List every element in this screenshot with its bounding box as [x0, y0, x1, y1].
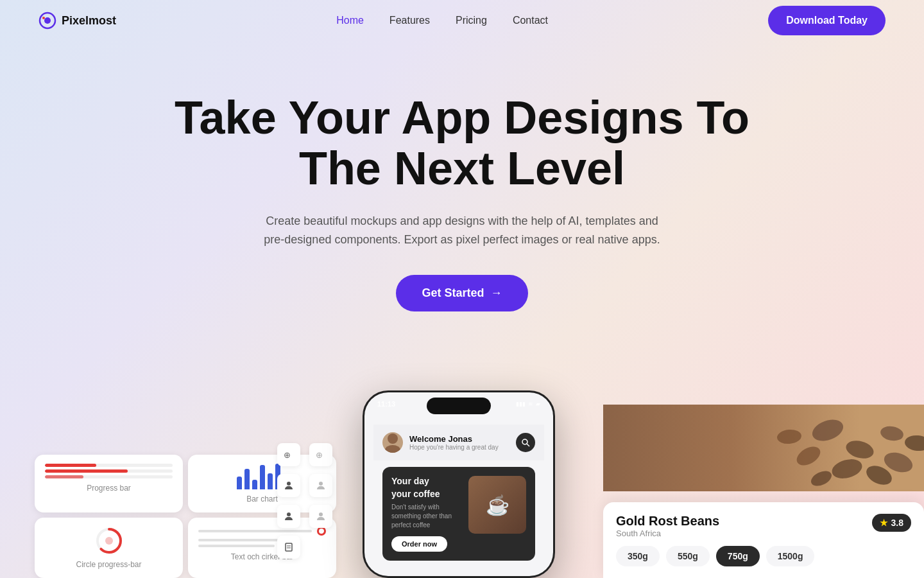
coffee-beans-svg [603, 405, 924, 491]
phone-search-button[interactable] [516, 433, 535, 452]
progress-bar-visual [45, 464, 173, 478]
phone-container: 11:13 ▮▮▮ ≋ ▰ Welco [363, 390, 561, 578]
person2-icon [316, 481, 325, 490]
hero-subtitle: Create beautiful mockups and app designs… [263, 212, 661, 249]
svg-point-28 [904, 434, 924, 451]
person2-icon-chip [309, 474, 332, 497]
circle-progress-card[interactable]: Circle progress-bar [35, 518, 183, 578]
phone-welcome-name: Welcome Jonas [409, 434, 516, 444]
svg-point-27 [809, 468, 834, 489]
svg-point-20 [844, 438, 875, 462]
phone-card-title-line2: your coffee [391, 489, 468, 499]
phone-card-title-line1: Your day [391, 476, 468, 486]
download-button[interactable]: Download Today [768, 6, 886, 35]
nav-link-home[interactable]: Home [336, 15, 364, 26]
svg-point-23 [830, 456, 864, 481]
product-info: Gold Rost Beans South Africa [616, 514, 719, 538]
bar-2 [244, 469, 250, 489]
progress-bar-track-2 [45, 469, 173, 473]
wifi-icon: ⊕ [284, 450, 294, 460]
doc-icon [284, 543, 293, 552]
bottom-area: Progress bar Bar chart [0, 405, 924, 578]
phone-time: 11:13 [377, 400, 395, 408]
icon-row-1: ⊕ ⊕ [277, 443, 332, 466]
nav-item-contact[interactable]: Contact [513, 15, 548, 26]
bar-4 [260, 465, 265, 489]
star-icon: ★ [880, 518, 888, 528]
progress-bar-card[interactable]: Progress bar [35, 455, 183, 512]
bar-5 [268, 473, 273, 489]
hero-section: Take Your App Designs To The Next Level … [0, 41, 924, 311]
progress-bar-track [45, 464, 173, 467]
product-panel: Gold Rost Beans South Africa ★ 3.8 350g … [603, 405, 924, 578]
coffee-image: ☕ [468, 476, 526, 534]
get-started-button[interactable]: Get Started → [396, 275, 527, 311]
hero-title: Take Your App Designs To The Next Level [173, 92, 751, 194]
svg-point-22 [879, 425, 904, 442]
brand-name: Pixelmost [62, 14, 116, 28]
phone-avatar [382, 432, 403, 453]
icon-row-2 [277, 474, 332, 497]
product-card: Gold Rost Beans South Africa ★ 3.8 350g … [603, 502, 924, 578]
wifi2-icon-chip: ⊕ [309, 443, 332, 466]
svg-point-9 [319, 482, 323, 486]
size-options: 350g 550g 750g 1500g [616, 546, 911, 566]
hero-title-line2: The Next Level [299, 143, 625, 194]
svg-point-8 [287, 482, 291, 486]
svg-rect-12 [286, 543, 292, 551]
phone-card-cta-button[interactable]: Order now [391, 536, 447, 552]
signal-icon: ▮▮▮ [516, 401, 526, 407]
avatar-image [384, 432, 402, 453]
size-btn-350[interactable]: 350g [616, 546, 660, 566]
nav-item-features[interactable]: Features [389, 15, 430, 26]
nav-item-pricing[interactable]: Pricing [456, 15, 487, 26]
size-btn-550[interactable]: 550g [666, 546, 710, 566]
phone-welcome-block: Welcome Jonas Hope you're having a great… [409, 434, 516, 451]
size-btn-750[interactable]: 750g [716, 546, 760, 566]
nav-link-contact[interactable]: Contact [513, 15, 548, 26]
phone-status-icons: ▮▮▮ ≋ ▰ [516, 401, 540, 407]
svg-point-2 [42, 17, 45, 19]
svg-text:⊕: ⊕ [316, 450, 323, 460]
phone-welcome-sub: Hope you're having a great day [409, 444, 516, 451]
nav-link-pricing[interactable]: Pricing [456, 15, 487, 26]
product-name: Gold Rost Beans [616, 514, 719, 529]
person4-icon [316, 512, 325, 521]
svg-point-19 [809, 416, 846, 444]
bar-chart-label: Bar chart [246, 495, 278, 504]
person-icon [284, 481, 293, 490]
arrow-right-icon: → [491, 286, 502, 300]
nav-link-features[interactable]: Features [389, 15, 430, 26]
phone-status-bar: 11:13 ▮▮▮ ≋ ▰ [377, 400, 540, 408]
nav-item-home[interactable]: Home [336, 15, 364, 26]
phone-screen: Welcome Jonas Hope you're having a great… [364, 392, 553, 576]
wifi-icon-chip: ⊕ [277, 443, 300, 466]
svg-point-21 [794, 443, 824, 469]
icon-list-panel: ⊕ ⊕ [277, 443, 332, 559]
logo-icon [38, 12, 56, 30]
rating-value: 3.8 [891, 518, 903, 528]
progress-bar-label: Progress bar [87, 484, 131, 493]
svg-point-5 [105, 537, 113, 545]
product-hero-image [603, 405, 924, 491]
progress-bar-track-3 [45, 475, 173, 478]
rating-badge: ★ 3.8 [872, 514, 911, 532]
bar-1 [237, 477, 242, 489]
product-origin: South Africa [616, 529, 719, 538]
nav-links: Home Features Pricing Contact [336, 15, 548, 26]
person3-icon [284, 512, 293, 521]
get-started-label: Get Started [422, 286, 484, 300]
svg-point-16 [385, 445, 400, 453]
progress-bar-fill [45, 464, 96, 467]
circle-progress-svg [95, 527, 123, 555]
phone-card-subtitle: Don't satisfy with something other than … [391, 503, 468, 530]
search-icon [521, 438, 530, 447]
icon-row-4 [277, 536, 332, 559]
tcbar-3 [198, 545, 275, 547]
circle-progress-label: Circle progress-bar [76, 560, 141, 569]
size-btn-1500[interactable]: 1500g [766, 546, 815, 566]
phone-card-content: Your day your coffee Don't satisfy with … [391, 476, 526, 552]
logo[interactable]: Pixelmost [38, 12, 116, 30]
circle-progress-visual [95, 527, 123, 555]
svg-text:⊕: ⊕ [284, 450, 291, 460]
